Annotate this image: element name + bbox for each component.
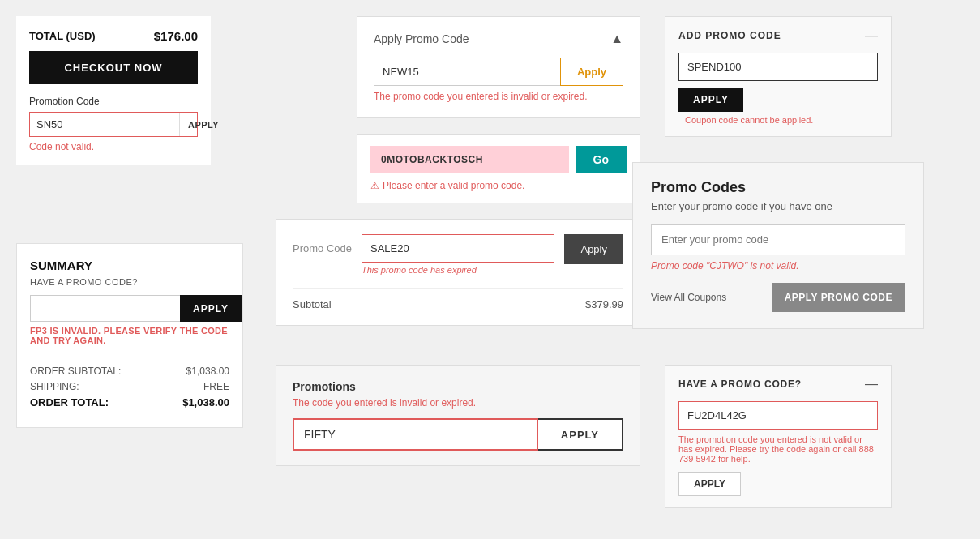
sale-promo-row: Promo Code This promo code has expired A…: [293, 234, 623, 275]
promo-codes-footer: View All Coupons APPLY PROMO CODE: [651, 283, 905, 312]
have-promo-card: HAVE A PROMO CODE? — The promotion code …: [665, 365, 892, 508]
summary-error: FP3 IS INVALID. PLEASE VERIFY THE CODE A…: [30, 326, 229, 345]
chevron-up-icon[interactable]: ▲: [610, 32, 623, 46]
promo-codes-input[interactable]: [651, 224, 905, 255]
checkout-button[interactable]: CHECKOUT NOW: [29, 51, 198, 84]
moto-input[interactable]: [370, 146, 569, 173]
order-subtotal-row: ORDER SUBTOTAL: $1,038.00: [30, 366, 229, 377]
moto-input-row: Go: [370, 146, 627, 173]
add-promo-apply-button[interactable]: APPLY: [678, 88, 743, 112]
have-promo-error: The promotion code you entered is not va…: [678, 434, 878, 464]
apply-promo-error: The promo code you entered is invalid or…: [374, 91, 623, 102]
subtotal-value: $379.99: [585, 298, 623, 310]
summary-card: SUMMARY HAVE A PROMO CODE? APPLY FP3 IS …: [16, 243, 243, 428]
have-promo-collapse-icon[interactable]: —: [865, 377, 878, 391]
subtotal-row: Subtotal $379.99: [293, 288, 623, 310]
apply-promo-title: Apply Promo Code: [374, 32, 469, 45]
sale-promo-input[interactable]: [362, 234, 554, 263]
summary-title: SUMMARY: [30, 259, 229, 272]
shipping-value: FREE: [203, 381, 229, 392]
order-subtotal-value: $1,038.00: [186, 366, 229, 377]
add-promo-input[interactable]: [678, 53, 878, 81]
moto-error: ⚠ Please enter a valid promo code.: [370, 180, 627, 191]
shipping-row: SHIPPING: FREE: [30, 381, 229, 392]
promotion-code-label: Promotion Code: [29, 96, 198, 107]
promo-error: Code not valid.: [29, 141, 198, 152]
subtotal-label: Subtotal: [293, 298, 332, 310]
total-amount: $176.00: [154, 29, 198, 43]
promotions-title: Promotions: [293, 380, 623, 393]
order-total-label: ORDER TOTAL:: [30, 396, 109, 409]
order-subtotal-label: ORDER SUBTOTAL:: [30, 366, 121, 377]
add-promo-title: ADD PROMO CODE: [678, 30, 781, 41]
sale-card: Promo Code This promo code has expired A…: [276, 219, 640, 326]
moto-card: Go ⚠ Please enter a valid promo code.: [357, 134, 640, 203]
warning-icon: ⚠: [370, 180, 379, 191]
sale-expired-error: This promo code has expired: [362, 265, 554, 275]
checkout-apply-button[interactable]: APPLY: [179, 113, 227, 136]
apply-promo-input-row: Apply: [374, 58, 623, 86]
total-label: TOTAL (USD): [29, 30, 96, 42]
divider: [30, 357, 229, 357]
add-promo-header: ADD PROMO CODE —: [678, 28, 878, 43]
promotions-card: Promotions The code you entered is inval…: [276, 365, 640, 466]
promo-input-row: APPLY: [29, 112, 198, 137]
order-total-value: $1,038.00: [182, 396, 229, 409]
promotions-input[interactable]: [293, 418, 538, 451]
apply-promo-input[interactable]: [374, 58, 560, 86]
promotions-apply-button[interactable]: APPLY: [538, 418, 623, 451]
have-promo-input[interactable]: [678, 401, 878, 430]
have-promo-label: HAVE A PROMO CODE?: [30, 277, 229, 287]
order-total-row: ORDER TOTAL: $1,038.00: [30, 396, 229, 409]
have-promo-card-title: HAVE A PROMO CODE?: [678, 379, 802, 390]
have-promo-apply-button[interactable]: APPLY: [678, 472, 741, 496]
main-container: TOTAL (USD) $176.00 CHECKOUT NOW Promoti…: [0, 0, 980, 539]
moto-error-text: Please enter a valid promo code.: [383, 180, 524, 191]
summary-apply-button[interactable]: APPLY: [180, 295, 242, 322]
have-promo-card-header: HAVE A PROMO CODE? —: [678, 377, 878, 391]
view-coupons-link[interactable]: View All Coupons: [651, 292, 726, 303]
collapse-icon[interactable]: —: [865, 28, 878, 43]
apply-promo-header: Apply Promo Code ▲: [374, 32, 623, 46]
promo-codes-subtitle: Enter your promo code if you have one: [651, 200, 905, 212]
promotions-input-row: APPLY: [293, 418, 623, 451]
promotions-error: The code you entered is invalid or expir…: [293, 397, 623, 409]
summary-promo-input[interactable]: [30, 295, 180, 322]
promotion-code-input[interactable]: [30, 113, 179, 136]
promo-codes-title: Promo Codes: [651, 179, 905, 196]
checkout-card: TOTAL (USD) $176.00 CHECKOUT NOW Promoti…: [16, 16, 211, 165]
promo-codes-error: Promo code "CJTWO" is not valid.: [651, 260, 905, 272]
sale-apply-button[interactable]: Apply: [564, 234, 623, 264]
summary-promo-row: APPLY: [30, 295, 229, 322]
coupon-error: Coupon code cannot be applied.: [685, 115, 813, 125]
sale-input-wrap: This promo code has expired: [362, 234, 554, 275]
total-row: TOTAL (USD) $176.00: [29, 29, 198, 43]
promo-code-label: Promo Code: [293, 234, 352, 255]
promo-codes-card: Promo Codes Enter your promo code if you…: [632, 162, 924, 329]
shipping-label: SHIPPING:: [30, 381, 79, 392]
add-promo-card: ADD PROMO CODE — APPLY Coupon code canno…: [665, 16, 892, 137]
moto-go-button[interactable]: Go: [576, 146, 627, 173]
apply-promo-button[interactable]: Apply: [560, 58, 623, 86]
apply-promo-card: Apply Promo Code ▲ Apply The promo code …: [357, 16, 640, 118]
apply-promo-code-button[interactable]: APPLY PROMO CODE: [772, 283, 905, 312]
